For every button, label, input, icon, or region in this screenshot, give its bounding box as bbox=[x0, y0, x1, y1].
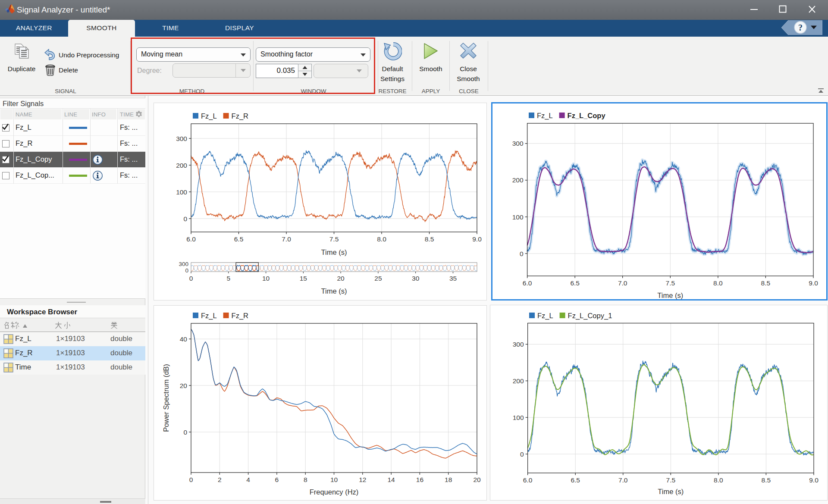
svg-text:9.0: 9.0 bbox=[809, 279, 818, 287]
svg-text:12: 12 bbox=[359, 476, 366, 483]
svg-text:16: 16 bbox=[416, 476, 423, 483]
svg-text:200: 200 bbox=[512, 176, 524, 184]
svg-text:200: 200 bbox=[513, 377, 524, 385]
svg-text:0: 0 bbox=[189, 275, 193, 282]
svg-text:0: 0 bbox=[183, 215, 187, 222]
svg-text:300: 300 bbox=[176, 135, 187, 142]
svg-text:300: 300 bbox=[512, 140, 524, 147]
svg-text:Time (s): Time (s) bbox=[657, 291, 683, 299]
svg-text:40: 40 bbox=[180, 335, 188, 343]
svg-text:7.5: 7.5 bbox=[666, 476, 676, 484]
svg-text:5: 5 bbox=[226, 275, 230, 282]
svg-text:10: 10 bbox=[330, 476, 338, 483]
svg-text:0: 0 bbox=[189, 476, 193, 483]
svg-text:300: 300 bbox=[513, 341, 524, 348]
svg-text:6.5: 6.5 bbox=[570, 279, 580, 287]
svg-text:20: 20 bbox=[473, 476, 481, 483]
svg-text:20: 20 bbox=[337, 275, 345, 282]
svg-text:7.0: 7.0 bbox=[618, 279, 627, 287]
svg-text:4: 4 bbox=[246, 476, 250, 483]
svg-text:0: 0 bbox=[185, 267, 188, 274]
svg-text:7.0: 7.0 bbox=[282, 235, 291, 243]
svg-text:8: 8 bbox=[304, 476, 307, 483]
svg-text:Fz_L_Copy_1: Fz_L_Copy_1 bbox=[568, 312, 612, 320]
svg-text:Fz_R: Fz_R bbox=[232, 312, 249, 320]
svg-text:10: 10 bbox=[262, 275, 270, 282]
svg-text:25: 25 bbox=[374, 275, 382, 282]
svg-text:8.5: 8.5 bbox=[762, 476, 771, 484]
svg-text:35: 35 bbox=[449, 275, 457, 282]
svg-text:8.0: 8.0 bbox=[377, 235, 386, 243]
svg-text:Frequency (Hz): Frequency (Hz) bbox=[310, 488, 359, 496]
svg-text:6.0: 6.0 bbox=[523, 476, 533, 484]
svg-text:Fz_L: Fz_L bbox=[201, 112, 217, 120]
svg-text:15: 15 bbox=[300, 275, 307, 282]
svg-text:7.5: 7.5 bbox=[329, 235, 339, 243]
svg-text:6.0: 6.0 bbox=[523, 279, 532, 287]
svg-text:30: 30 bbox=[412, 275, 420, 282]
svg-text:0: 0 bbox=[520, 250, 524, 257]
svg-text:14: 14 bbox=[387, 476, 395, 483]
svg-text:9.0: 9.0 bbox=[472, 235, 482, 243]
svg-text:8.5: 8.5 bbox=[425, 235, 434, 243]
svg-text:0: 0 bbox=[183, 429, 187, 436]
svg-text:8.0: 8.0 bbox=[714, 476, 723, 484]
svg-text:200: 200 bbox=[176, 162, 187, 169]
svg-text:Fz_L_Copy: Fz_L_Copy bbox=[568, 112, 606, 119]
svg-text:100: 100 bbox=[513, 414, 524, 421]
svg-text:100: 100 bbox=[512, 213, 524, 221]
svg-text:Fz_L: Fz_L bbox=[537, 312, 553, 320]
svg-text:6.5: 6.5 bbox=[234, 235, 244, 243]
svg-text:7.0: 7.0 bbox=[618, 476, 628, 484]
svg-text:20: 20 bbox=[180, 382, 188, 389]
svg-text:8.5: 8.5 bbox=[761, 279, 771, 287]
svg-text:18: 18 bbox=[445, 476, 452, 483]
svg-text:Fz_R: Fz_R bbox=[232, 112, 249, 120]
svg-text:7.5: 7.5 bbox=[666, 279, 675, 287]
svg-text:100: 100 bbox=[176, 188, 187, 196]
svg-text:Power Spectrum (dB): Power Spectrum (dB) bbox=[162, 364, 170, 432]
svg-text:Time (s): Time (s) bbox=[321, 287, 347, 295]
svg-text:6: 6 bbox=[275, 476, 279, 483]
svg-text:Fz_L: Fz_L bbox=[537, 112, 553, 120]
svg-text:8.0: 8.0 bbox=[713, 279, 723, 287]
svg-text:?: ? bbox=[798, 23, 803, 32]
svg-text:2: 2 bbox=[218, 476, 222, 483]
svg-text:9.0: 9.0 bbox=[809, 476, 819, 484]
svg-text:Time (s): Time (s) bbox=[321, 248, 347, 256]
svg-text:300: 300 bbox=[179, 261, 188, 267]
svg-text:6.5: 6.5 bbox=[571, 476, 580, 484]
svg-text:0: 0 bbox=[520, 451, 524, 458]
svg-text:Fz_L: Fz_L bbox=[201, 312, 217, 320]
svg-text:Time (s): Time (s) bbox=[658, 488, 684, 495]
svg-text:6.0: 6.0 bbox=[186, 235, 196, 243]
